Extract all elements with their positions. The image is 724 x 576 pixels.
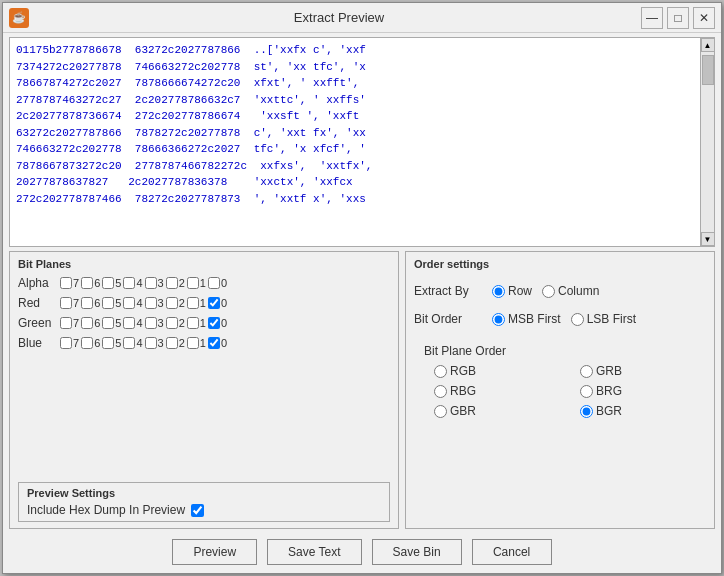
title-bar: ☕ Extract Preview — □ ✕ xyxy=(3,3,721,33)
scroll-track[interactable] xyxy=(701,52,715,232)
app-icon: ☕ xyxy=(9,8,29,28)
green-bit2[interactable] xyxy=(166,317,178,329)
preview-settings-title: Preview Settings xyxy=(27,487,381,499)
brg-label: BRG xyxy=(596,384,622,398)
red-bit6[interactable] xyxy=(81,297,93,309)
bpo-grb: GRB xyxy=(580,364,706,378)
grb-label: GRB xyxy=(596,364,622,378)
bit-order-radio-group: MSB First LSB First xyxy=(492,312,636,326)
hex-dump-row: Include Hex Dump In Preview xyxy=(27,503,381,517)
bpo-gbr: GBR xyxy=(434,404,560,418)
window-title: Extract Preview xyxy=(37,10,641,25)
blue-bit7[interactable] xyxy=(60,337,72,349)
save-bin-button[interactable]: Save Bin xyxy=(372,539,462,565)
green-bit1[interactable] xyxy=(187,317,199,329)
main-window: ☕ Extract Preview — □ ✕ 01175b2778786678… xyxy=(2,2,722,574)
alpha-bit4[interactable] xyxy=(123,277,135,289)
green-bit0[interactable] xyxy=(208,317,220,329)
preview-settings: Preview Settings Include Hex Dump In Pre… xyxy=(18,482,390,522)
bit-order-msb: MSB First xyxy=(492,312,561,326)
bpo-rbg: RBG xyxy=(434,384,560,398)
bpo-rgb: RGB xyxy=(434,364,560,378)
bgr-label: BGR xyxy=(596,404,622,418)
green-bit6[interactable] xyxy=(81,317,93,329)
preview-text: 01175b2778786678 63272c2027787866 ..['xx… xyxy=(10,38,700,246)
red-bit5[interactable] xyxy=(102,297,114,309)
bit-order-lsb: LSB First xyxy=(571,312,636,326)
alpha-bit2[interactable] xyxy=(166,277,178,289)
extract-by-group: Extract By Row Column xyxy=(414,284,706,298)
extract-by-row-radio[interactable] xyxy=(492,285,505,298)
red-bit4[interactable] xyxy=(123,297,135,309)
alpha-bit1[interactable] xyxy=(187,277,199,289)
blue-bit5[interactable] xyxy=(102,337,114,349)
green-bit3[interactable] xyxy=(145,317,157,329)
msb-label: MSB First xyxy=(508,312,561,326)
alpha-bits: 7 6 5 4 3 2 1 0 xyxy=(60,277,227,289)
alpha-label: Alpha xyxy=(18,276,58,290)
grb-radio[interactable] xyxy=(580,365,593,378)
blue-bit6[interactable] xyxy=(81,337,93,349)
red-bits: 7 6 5 4 3 2 1 0 xyxy=(60,297,227,309)
red-bit1[interactable] xyxy=(187,297,199,309)
rbg-label: RBG xyxy=(450,384,476,398)
close-button[interactable]: ✕ xyxy=(693,7,715,29)
extract-by-row-label: Row xyxy=(508,284,532,298)
alpha-bit0[interactable] xyxy=(208,277,220,289)
hex-dump-label: Include Hex Dump In Preview xyxy=(27,503,185,517)
preview-area: 01175b2778786678 63272c2027787866 ..['xx… xyxy=(9,37,715,247)
red-bit2[interactable] xyxy=(166,297,178,309)
bgr-radio[interactable] xyxy=(580,405,593,418)
blue-bit2[interactable] xyxy=(166,337,178,349)
hex-dump-checkbox[interactable] xyxy=(191,504,204,517)
msb-radio[interactable] xyxy=(492,313,505,326)
scroll-up-button[interactable]: ▲ xyxy=(701,38,715,52)
green-bit5[interactable] xyxy=(102,317,114,329)
alpha-bit6[interactable] xyxy=(81,277,93,289)
green-bit7[interactable] xyxy=(60,317,72,329)
blue-bit4[interactable] xyxy=(123,337,135,349)
window-controls: — □ ✕ xyxy=(641,7,715,29)
bit-order-label: Bit Order xyxy=(414,312,484,326)
red-label: Red xyxy=(18,296,58,310)
save-text-button[interactable]: Save Text xyxy=(267,539,361,565)
red-bit0[interactable] xyxy=(208,297,220,309)
blue-label: Blue xyxy=(18,336,58,350)
rbg-radio[interactable] xyxy=(434,385,447,398)
brg-radio[interactable] xyxy=(580,385,593,398)
red-bit3[interactable] xyxy=(145,297,157,309)
gbr-radio[interactable] xyxy=(434,405,447,418)
lsb-label: LSB First xyxy=(587,312,636,326)
lsb-radio[interactable] xyxy=(571,313,584,326)
blue-bit0[interactable] xyxy=(208,337,220,349)
minimize-button[interactable]: — xyxy=(641,7,663,29)
bit-planes-title: Bit Planes xyxy=(18,258,390,270)
rgb-label: RGB xyxy=(450,364,476,378)
bottom-panels: Bit Planes Alpha 7 6 5 4 3 2 1 0 xyxy=(9,251,715,529)
blue-bits: 7 6 5 4 3 2 1 0 xyxy=(60,337,227,349)
red-bit7[interactable] xyxy=(60,297,72,309)
alpha-bit7[interactable] xyxy=(60,277,72,289)
bit-plane-order-title: Bit Plane Order xyxy=(424,344,706,358)
maximize-button[interactable]: □ xyxy=(667,7,689,29)
alpha-bit3[interactable] xyxy=(145,277,157,289)
scrollbar[interactable]: ▲ ▼ xyxy=(700,38,714,246)
blue-row: Blue 7 6 5 4 3 2 1 0 xyxy=(18,336,390,350)
alpha-bit5[interactable] xyxy=(102,277,114,289)
scroll-thumb[interactable] xyxy=(702,55,714,85)
extract-by-column-radio[interactable] xyxy=(542,285,555,298)
red-row: Red 7 6 5 4 3 2 1 0 xyxy=(18,296,390,310)
rgb-radio[interactable] xyxy=(434,365,447,378)
preview-button[interactable]: Preview xyxy=(172,539,257,565)
bit-plane-order-grid: RGB GRB RBG BRG xyxy=(414,364,706,418)
green-bit4[interactable] xyxy=(123,317,135,329)
cancel-button[interactable]: Cancel xyxy=(472,539,552,565)
bpo-brg: BRG xyxy=(580,384,706,398)
blue-bit1[interactable] xyxy=(187,337,199,349)
extract-by-column: Column xyxy=(542,284,599,298)
green-bits: 7 6 5 4 3 2 1 0 xyxy=(60,317,227,329)
green-label: Green xyxy=(18,316,58,330)
bpo-bgr: BGR xyxy=(580,404,706,418)
scroll-down-button[interactable]: ▼ xyxy=(701,232,715,246)
blue-bit3[interactable] xyxy=(145,337,157,349)
